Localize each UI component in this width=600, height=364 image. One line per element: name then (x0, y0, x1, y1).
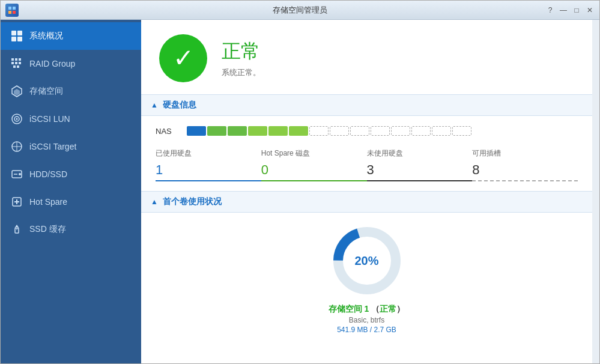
content-area: 系统概况 RAID Group (1, 20, 599, 363)
window-controls: ? — □ ✕ (545, 5, 595, 15)
sidebar-item-iscsi-target[interactable]: iSCSI Target (1, 133, 141, 160)
window-title: 存储空间管理员 (273, 5, 327, 16)
sidebar-item-overview-label: 系统概况 (29, 31, 63, 41)
disk-slot-empty-1 (309, 126, 329, 136)
sidebar-item-storage[interactable]: 存储空间 (1, 77, 141, 105)
status-icon: ✓ (159, 34, 207, 82)
minimize-button[interactable]: — (559, 5, 568, 15)
sidebar-item-iscsi-lun[interactable]: iSCSI LUN (1, 105, 141, 133)
volume-status: 正常 (380, 304, 396, 314)
volume-name: 存储空间 1 （正常） (329, 304, 405, 315)
svg-rect-13 (19, 62, 21, 64)
raid-icon (10, 57, 23, 70)
sidebar-item-storage-label: 存储空间 (29, 86, 63, 97)
disk-stats-row: 已使用硬盘 1 Hot Spare 磁盘 0 未使用硬盘 3 可用插槽 8 (156, 146, 578, 181)
svg-rect-7 (17, 37, 22, 41)
svg-rect-10 (19, 58, 21, 61)
svg-rect-6 (11, 37, 16, 41)
stat-hot-label: Hot Spare 磁盘 (261, 148, 367, 159)
volume-title: 首个卷使用状况 (163, 196, 222, 207)
scrollbar[interactable] (592, 20, 599, 363)
overview-icon (10, 29, 23, 43)
disk-slot-empty-5 (391, 126, 410, 136)
ssd-cache-icon (10, 223, 23, 236)
help-button[interactable]: ? (545, 5, 555, 15)
svg-rect-2 (8, 11, 11, 14)
hdd-ssd-icon (10, 168, 23, 181)
volume-usage: 541.9 MB / 2.7 GB (337, 326, 396, 334)
nas-label: NAS (156, 127, 180, 136)
stat-slots-label: 可用插槽 (472, 148, 578, 159)
disk-slot-unused-1 (248, 126, 267, 136)
disk-slot-hot-1 (207, 126, 226, 136)
svg-marker-30 (14, 225, 19, 228)
stat-unused-value: 3 (367, 162, 473, 178)
disk-slot-used-1 (187, 126, 206, 136)
sidebar-item-hot-spare[interactable]: Hot Spare (1, 188, 141, 216)
svg-rect-9 (15, 58, 17, 61)
stat-slots-value: 8 (472, 162, 578, 178)
svg-rect-15 (17, 65, 19, 68)
sidebar-item-overview[interactable]: 系统概况 (1, 22, 141, 50)
svg-rect-8 (11, 58, 14, 61)
svg-marker-17 (14, 89, 20, 96)
sidebar-item-raid[interactable]: RAID Group (1, 50, 141, 77)
disk-slot-unused-3 (289, 126, 308, 136)
disk-bar (187, 126, 578, 136)
volume-header[interactable]: ▲ 首个卷使用状况 (141, 191, 592, 213)
disk-slot-empty-7 (432, 126, 451, 136)
svg-point-25 (19, 173, 21, 175)
stat-hot-spare: Hot Spare 磁盘 0 (261, 146, 367, 181)
hot-spare-icon (10, 195, 23, 208)
disk-slot-empty-6 (411, 126, 431, 136)
disk-info-chevron: ▲ (151, 101, 158, 109)
sidebar: 系统概况 RAID Group (1, 20, 141, 363)
donut-label: 20% (354, 254, 378, 268)
stat-used-value: 1 (156, 162, 261, 178)
disk-slot-empty-8 (452, 126, 471, 136)
svg-rect-3 (13, 11, 16, 14)
status-section: ✓ 正常 系统正常。 (141, 20, 592, 94)
stat-used-disks: 已使用硬盘 1 (156, 146, 261, 181)
status-title: 正常 (222, 38, 261, 65)
svg-point-20 (16, 118, 18, 120)
sidebar-item-raid-label: RAID Group (29, 59, 75, 68)
donut-chart: 20% (331, 225, 403, 297)
close-button[interactable]: ✕ (585, 5, 595, 15)
disk-info-title: 硬盘信息 (163, 100, 196, 111)
svg-rect-1 (13, 7, 16, 10)
disk-slot-empty-4 (371, 126, 390, 136)
iscsi-lun-icon (10, 112, 23, 126)
disk-info-header[interactable]: ▲ 硬盘信息 (141, 94, 592, 116)
disk-info-content: NAS (141, 116, 592, 191)
disk-slot-empty-3 (350, 126, 369, 136)
disk-slot-unused-2 (268, 126, 288, 136)
svg-rect-11 (11, 62, 14, 64)
checkmark-icon: ✓ (173, 46, 194, 71)
sidebar-item-ssd-cache-label: SSD 缓存 (29, 224, 66, 235)
svg-rect-0 (8, 7, 11, 10)
disk-slot-hot-2 (228, 126, 247, 136)
volume-type: Basic, btrfs (349, 316, 384, 324)
stat-unused-label: 未使用硬盘 (367, 148, 473, 159)
sidebar-item-ssd-cache[interactable]: SSD 缓存 (1, 216, 141, 243)
stat-unused-disks: 未使用硬盘 3 (367, 146, 473, 181)
app-icon (5, 4, 19, 17)
sidebar-item-hdd-ssd[interactable]: HDD/SSD (1, 160, 141, 188)
svg-rect-31 (15, 228, 19, 233)
stat-available-slots: 可用插槽 8 (472, 146, 578, 181)
volume-content: 20% 存储空间 1 （正常） Basic, btrfs 541.9 MB / … (141, 213, 592, 346)
svg-rect-12 (15, 62, 17, 64)
iscsi-target-icon (10, 140, 23, 153)
main-content: ✓ 正常 系统正常。 ▲ 硬盘信息 NAS (141, 20, 592, 363)
svg-rect-5 (17, 31, 22, 35)
nas-bar-row: NAS (156, 126, 578, 136)
svg-rect-14 (13, 65, 16, 68)
restore-button[interactable]: □ (572, 5, 581, 15)
status-subtitle: 系统正常。 (222, 67, 261, 78)
sidebar-item-hot-spare-label: Hot Spare (29, 197, 67, 207)
main-window: 存储空间管理员 ? — □ ✕ 系统概况 (0, 0, 600, 364)
svg-rect-4 (11, 31, 16, 35)
stat-used-label: 已使用硬盘 (156, 148, 261, 159)
stat-hot-value: 0 (261, 162, 367, 178)
